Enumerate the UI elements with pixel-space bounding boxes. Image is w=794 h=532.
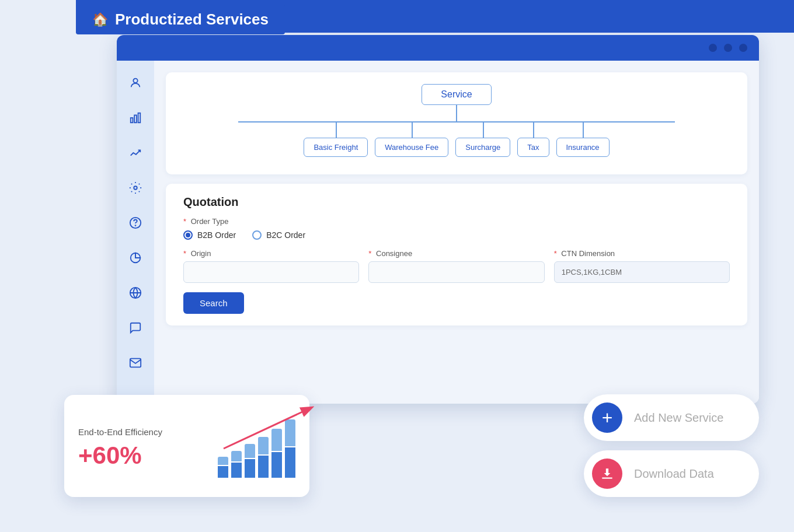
tree-leaf-basic-freight: Basic Freight <box>304 138 368 157</box>
tree-branch-tax: Tax <box>517 138 549 157</box>
titlebar-dot-1 <box>709 44 717 52</box>
sidebar <box>117 61 154 404</box>
form-fields-row: * Origin * Consignee * <box>183 249 730 283</box>
sidebar-trend-icon[interactable] <box>125 142 146 163</box>
bar-bottom-5 <box>271 452 282 478</box>
svg-point-4 <box>134 186 137 190</box>
bar-col-4 <box>258 437 269 478</box>
tree-branch-insurance: Insurance <box>556 138 610 157</box>
sidebar-help-icon[interactable] <box>125 212 146 233</box>
bar-col-5 <box>271 429 282 478</box>
tree-branch-warehouse-fee: Warehouse Fee <box>375 138 448 157</box>
svg-rect-2 <box>134 115 137 123</box>
bar-bottom-2 <box>231 463 242 478</box>
sidebar-bar-chart-icon[interactable] <box>125 107 146 128</box>
bar-bottom-4 <box>258 456 269 478</box>
efficiency-value: +60% <box>78 442 206 470</box>
radio-b2b-label: B2B Order <box>197 230 236 240</box>
window-body: Service Basic Freight Warehouse Fee <box>117 61 759 404</box>
window-titlebar <box>117 35 759 61</box>
search-button[interactable]: Search <box>183 292 244 314</box>
tree-leaf-tax: Tax <box>517 138 549 157</box>
svg-point-6 <box>135 225 136 226</box>
service-tree-card: Service Basic Freight Warehouse Fee <box>166 72 747 174</box>
add-new-service-button[interactable]: + Add New Service <box>584 394 759 441</box>
header-title: Productized Services <box>115 10 269 29</box>
tree-leaf-warehouse-fee: Warehouse Fee <box>375 138 448 157</box>
svg-point-0 <box>133 79 137 83</box>
sidebar-globe-icon[interactable] <box>125 282 146 303</box>
bar-top-4 <box>258 437 269 454</box>
bar-bottom-1 <box>218 466 228 478</box>
tree-branches: Basic Freight Warehouse Fee Surcharge Ta… <box>304 121 609 157</box>
bar-col-6 <box>285 419 295 478</box>
bar-top-6 <box>285 419 295 446</box>
trend-arrow <box>218 408 295 454</box>
efficiency-text-block: End-to-End Efficiency +60% <box>78 427 206 470</box>
radio-b2c-order[interactable]: B2C Order <box>252 230 305 240</box>
efficiency-card: End-to-End Efficiency +60% <box>64 395 309 497</box>
tree-line-down <box>456 105 457 121</box>
tree-leaf-insurance: Insurance <box>556 138 610 157</box>
consignee-label: * Consignee <box>368 249 544 258</box>
required-star-order-type: * <box>183 217 186 226</box>
main-content: Service Basic Freight Warehouse Fee <box>154 61 759 404</box>
required-star-origin: * <box>183 249 186 258</box>
quotation-title: Quotation <box>183 195 730 209</box>
svg-rect-1 <box>131 118 133 123</box>
download-data-button[interactable]: Download Data <box>584 450 759 497</box>
radio-circle-b2b[interactable] <box>183 230 193 240</box>
quotation-card: Quotation * Order Type B2B Order B2C Ord… <box>166 184 747 326</box>
sidebar-mail-icon[interactable] <box>125 352 146 373</box>
bar-top-3 <box>245 444 255 458</box>
tree-root-node: Service <box>422 84 491 105</box>
bar-bottom-3 <box>245 459 255 478</box>
bar-top-1 <box>218 457 228 465</box>
bar-chart <box>218 419 295 478</box>
titlebar-dot-2 <box>724 44 732 52</box>
required-star-ctn: * <box>554 249 557 258</box>
bar-col-1 <box>218 457 228 478</box>
header-title-block: 🏠 Productized Services <box>76 5 285 34</box>
order-type-radio-group: B2B Order B2C Order <box>183 230 730 240</box>
order-type-label: * Order Type <box>183 217 730 226</box>
origin-field: * Origin <box>183 249 359 283</box>
add-new-service-label: Add New Service <box>634 411 723 425</box>
required-star-consignee: * <box>368 249 371 258</box>
bar-bottom-6 <box>285 447 295 478</box>
download-data-icon <box>592 459 622 489</box>
bar-col-2 <box>231 451 242 478</box>
home-icon: 🏠 <box>92 12 108 27</box>
sidebar-pie-chart-icon[interactable] <box>125 247 146 268</box>
ctn-dimension-input[interactable] <box>554 261 730 283</box>
consignee-field: * Consignee <box>368 249 544 283</box>
bar-top-5 <box>271 429 282 451</box>
bar-top-2 <box>231 451 242 461</box>
efficiency-label: End-to-End Efficiency <box>78 427 206 437</box>
tree-leaf-surcharge: Surcharge <box>455 138 510 157</box>
sidebar-settings-icon[interactable] <box>125 177 146 198</box>
svg-rect-3 <box>138 113 141 123</box>
radio-b2c-label: B2C Order <box>266 230 305 240</box>
radio-circle-b2c[interactable] <box>252 230 262 240</box>
download-data-label: Download Data <box>634 467 714 481</box>
window-card: Service Basic Freight Warehouse Fee <box>117 35 759 404</box>
origin-input[interactable] <box>183 261 359 283</box>
titlebar-dot-3 <box>739 44 747 52</box>
tree-container: Service Basic Freight Warehouse Fee <box>183 84 730 157</box>
ctn-dimension-label: * CTN Dimension <box>554 249 730 258</box>
sidebar-user-icon[interactable] <box>125 72 146 93</box>
action-buttons-container: + Add New Service Download Data <box>584 394 759 497</box>
tree-branch-surcharge: Surcharge <box>455 138 510 157</box>
origin-label: * Origin <box>183 249 359 258</box>
ctn-dimension-field: * CTN Dimension <box>554 249 730 283</box>
radio-b2b-order[interactable]: B2B Order <box>183 230 236 240</box>
add-new-service-icon: + <box>592 402 622 433</box>
consignee-input[interactable] <box>368 261 544 283</box>
sidebar-chat-icon[interactable] <box>125 317 146 338</box>
tree-branch-basic-freight: Basic Freight <box>304 138 368 157</box>
bar-col-3 <box>245 444 255 478</box>
